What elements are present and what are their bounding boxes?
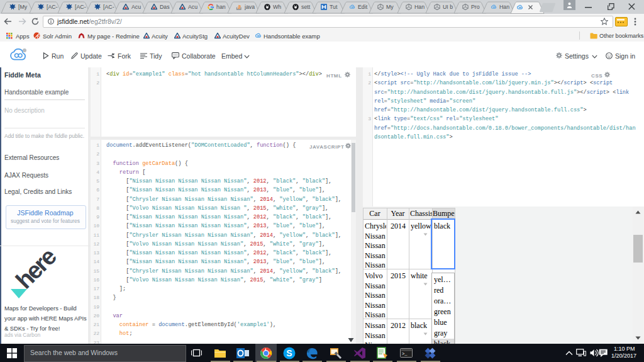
svg-text:S: S	[286, 348, 292, 358]
svg-text:>_: >_	[402, 351, 408, 356]
